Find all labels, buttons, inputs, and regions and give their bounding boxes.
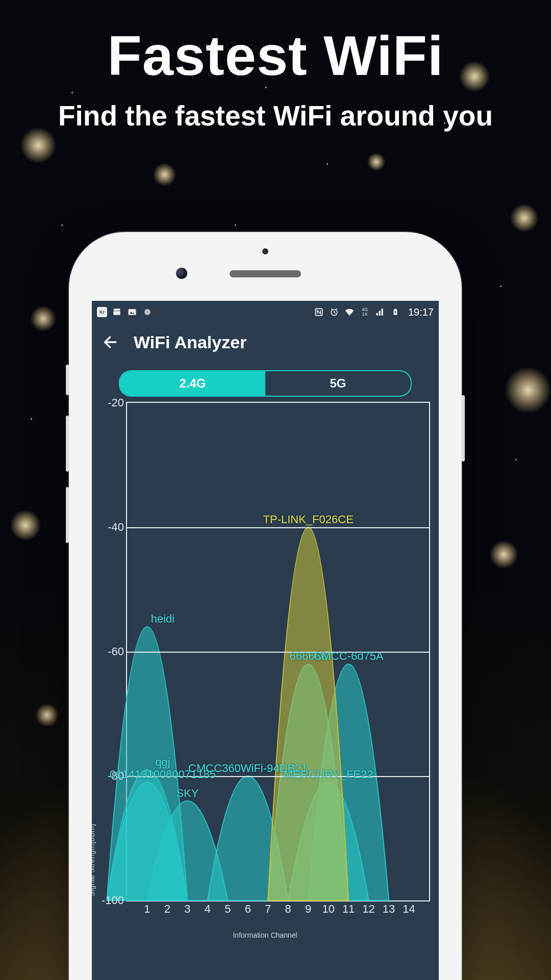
promo-subtitle: Find the fastest WiFi around you [0,99,551,132]
circle-icon [142,306,153,318]
back-button[interactable] [102,333,119,351]
y-axis-label: Signal Strength[dBm] [92,824,96,896]
phone-side-button [66,416,69,472]
x-tick-label: 9 [305,902,311,916]
alarm-icon [329,306,340,318]
svg-rect-5 [394,309,396,310]
screen: Kr [92,301,439,980]
status-right-tray: 4G1X 19:17 [313,306,434,318]
signal-chart: Signal Strength[dBm] Information Channel… [98,402,432,927]
page-title: WiFi Analyzer [134,332,246,352]
x-tick-label: 1 [144,902,150,916]
phone-shell: Kr [69,232,462,980]
y-tick-label: -60 [108,645,124,658]
band-toggle: 2.4G 5G [119,370,412,397]
wifi-ssid-label: qgj [155,756,170,769]
y-tick-label: -100 [102,894,124,907]
svg-point-1 [144,309,151,315]
nfc-icon [313,306,324,318]
svg-rect-0 [129,309,136,315]
x-axis-label: Information Channel [98,931,432,939]
status-bar: Kr [92,301,439,323]
x-tick-label: 3 [184,902,190,916]
x-tick-label: 7 [265,902,271,916]
phone-side-button [66,487,69,543]
wifi-signal-lobe [107,627,188,900]
wifi-signal-lobe [268,527,348,900]
x-tick-label: 5 [224,902,231,916]
wifi-icon [344,306,355,318]
wifi-ssid-label: TP-LINK_F026CE [263,513,354,526]
store-icon [111,306,122,318]
x-tick-label: 2 [164,902,170,916]
x-tick-label: 6 [245,902,251,916]
promo-title: Fastest WiFi [0,23,551,88]
signal-icon [374,306,386,318]
status-left-tray: Kr [97,306,153,318]
image-icon [127,306,138,318]
wifi-ssid-label: heidi [151,612,174,626]
x-tick-label: 14 [403,902,415,916]
wifi-ssid-label: MERCURY_FE22 [284,768,373,781]
phone-side-button [66,365,69,395]
battery-charging-icon [390,306,401,318]
app-bar: WiFi Analyzer [92,323,439,361]
x-tick-label: 13 [383,902,395,916]
y-tick-label: -40 [108,521,124,534]
band-24g-tab[interactable]: 2.4G [120,371,265,396]
phone-speaker [230,270,301,277]
wifi-ssid-label: SKY [176,787,198,800]
x-tick-label: 4 [205,902,211,916]
phone-side-button [462,395,465,461]
x-tick-label: 11 [342,902,355,916]
4g-signal-icon: 4G1X [359,306,370,318]
wifi-ssid-label: CMCC-6d75A [314,650,384,663]
band-5g-tab[interactable]: 5G [265,371,411,396]
x-tick-label: 12 [362,902,374,916]
arrow-left-icon [102,333,119,351]
notification-app-icon: Kr [97,307,107,317]
phone-top-camera [262,248,268,254]
x-tick-label: 10 [322,902,334,916]
x-tick-label: 8 [285,902,291,916]
y-tick-label: -20 [108,396,124,409]
status-clock: 19:17 [408,306,434,318]
